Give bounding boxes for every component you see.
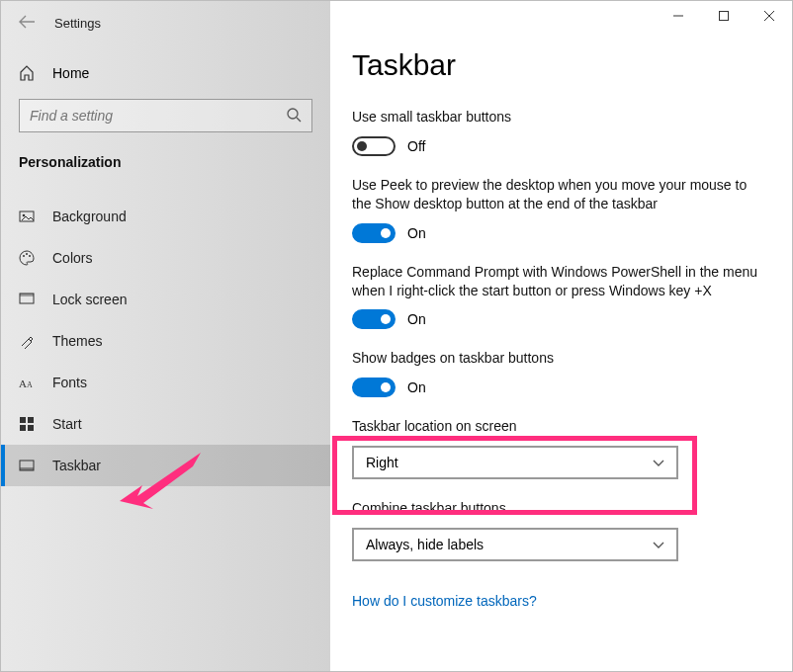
svg-rect-18 [720, 12, 729, 21]
dropdown-taskbar-location[interactable]: Right [352, 446, 678, 479]
sidebar-item-label: Fonts [52, 375, 87, 390]
svg-rect-13 [20, 425, 26, 431]
sidebar-home-label: Home [52, 65, 89, 81]
svg-point-0 [288, 109, 298, 119]
setting-peek: Use Peek to preview the desktop when you… [352, 176, 770, 243]
sidebar-item-label: Themes [52, 333, 103, 349]
sidebar-item-background[interactable]: Background [1, 196, 330, 237]
svg-line-1 [297, 118, 301, 122]
search-input[interactable] [30, 108, 286, 124]
setting-label: Use Peek to preview the desktop when you… [352, 176, 767, 213]
minimize-button[interactable] [656, 1, 701, 31]
toggle-powershell[interactable] [352, 309, 396, 329]
dropdown-value: Always, hide labels [366, 537, 484, 552]
sidebar-item-fonts[interactable]: AA Fonts [1, 362, 330, 403]
toggle-badges[interactable] [352, 378, 396, 397]
taskbar-icon [19, 458, 35, 473]
setting-small-buttons: Use small taskbar buttons Off [352, 108, 770, 156]
toggle-state: On [407, 225, 426, 241]
main-panel: Taskbar Use small taskbar buttons Off Us… [330, 1, 792, 671]
sidebar-item-label: Colors [52, 250, 92, 266]
svg-rect-14 [28, 425, 34, 431]
sidebar-item-label: Background [52, 209, 127, 224]
sidebar-item-themes[interactable]: Themes [1, 320, 330, 362]
sidebar-category: Personalization [19, 154, 312, 170]
sidebar-item-home[interactable]: Home [19, 59, 312, 99]
chevron-down-icon [653, 455, 664, 470]
setting-label: Show badges on taskbar buttons [352, 349, 767, 368]
settings-window: Settings Home Personalization Background [0, 0, 793, 672]
fonts-icon: AA [19, 375, 35, 390]
palette-icon [19, 250, 35, 266]
dropdown-combine-buttons[interactable]: Always, hide labels [352, 528, 678, 561]
toggle-state: On [407, 379, 426, 395]
svg-rect-11 [20, 417, 26, 423]
sidebar-item-colors[interactable]: Colors [1, 237, 330, 279]
setting-powershell: Replace Command Prompt with Windows Powe… [352, 263, 770, 330]
toggle-peek[interactable] [352, 223, 396, 243]
back-button[interactable] [19, 15, 35, 32]
setting-label: Taskbar location on screen [352, 417, 767, 436]
window-controls [656, 1, 792, 31]
window-title: Settings [54, 16, 101, 31]
image-icon [19, 209, 35, 224]
maximize-button[interactable] [701, 1, 747, 31]
sidebar-item-label: Taskbar [52, 458, 101, 473]
sidebar-item-lockscreen[interactable]: Lock screen [1, 279, 330, 320]
svg-rect-8 [20, 294, 34, 296]
lockscreen-icon [19, 292, 35, 307]
setting-combine: Combine taskbar buttons Always, hide lab… [352, 499, 770, 561]
chevron-down-icon [653, 537, 664, 552]
svg-point-3 [23, 214, 26, 217]
toggle-state: On [407, 311, 426, 327]
help-link[interactable]: How do I customize taskbars? [352, 593, 537, 609]
svg-rect-16 [20, 467, 34, 470]
close-button[interactable] [747, 1, 792, 31]
start-icon [19, 416, 35, 432]
setting-location: Taskbar location on screen Right [352, 417, 770, 479]
dropdown-value: Right [366, 455, 398, 470]
setting-label: Use small taskbar buttons [352, 108, 767, 126]
svg-text:A: A [19, 378, 27, 389]
sidebar-nav: Background Colors Lock screen Themes AA … [1, 196, 330, 486]
sidebar: Settings Home Personalization Background [1, 1, 330, 671]
svg-point-4 [23, 255, 25, 257]
home-icon [19, 65, 35, 81]
search-icon [286, 107, 302, 126]
setting-badges: Show badges on taskbar buttons On [352, 349, 770, 397]
page-title: Taskbar [352, 48, 770, 82]
search-input-container[interactable] [19, 99, 312, 132]
svg-point-5 [26, 253, 28, 255]
toggle-state: Off [407, 138, 425, 154]
themes-icon [19, 333, 35, 349]
sidebar-item-start[interactable]: Start [1, 403, 330, 445]
svg-rect-12 [28, 417, 34, 423]
sidebar-item-taskbar[interactable]: Taskbar [1, 445, 330, 486]
sidebar-item-label: Start [52, 416, 82, 432]
toggle-small-buttons[interactable] [352, 136, 396, 156]
setting-label: Replace Command Prompt with Windows Powe… [352, 263, 767, 300]
sidebar-item-label: Lock screen [52, 292, 127, 307]
svg-point-6 [29, 255, 31, 257]
svg-text:A: A [27, 380, 33, 389]
setting-label: Combine taskbar buttons [352, 499, 767, 518]
